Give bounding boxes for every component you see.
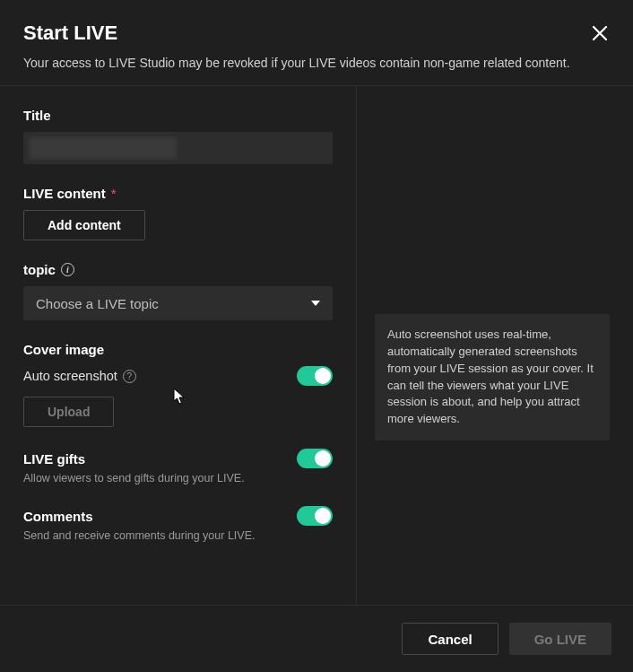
start-live-modal: Start LIVE Your access to LIVE Studio ma… <box>0 0 633 672</box>
help-icon[interactable]: ? <box>123 370 136 383</box>
modal-header: Start LIVE Your access to LIVE Studio ma… <box>0 0 633 85</box>
auto-screenshot-row: Auto screenshot ? <box>23 369 136 383</box>
auto-screenshot-label: Auto screenshot <box>23 369 117 383</box>
live-content-section: LIVE content* Add content <box>23 186 333 240</box>
comments-toggle[interactable] <box>297 506 333 526</box>
cancel-button[interactable]: Cancel <box>402 623 498 655</box>
comments-label: Comments <box>23 509 93 524</box>
live-gifts-sub: Allow viewers to send gifts during your … <box>23 472 333 484</box>
live-content-label: LIVE content* <box>23 186 333 201</box>
topic-label: topic i <box>23 262 333 277</box>
modal-body: Title LIVE content* Add content topic i … <box>0 85 633 606</box>
title-label: Title <box>23 108 333 123</box>
info-icon[interactable]: i <box>61 263 74 276</box>
modal-footer: Cancel Go LIVE <box>0 606 633 672</box>
live-gifts-toggle[interactable] <box>297 449 333 468</box>
chevron-down-icon <box>311 301 320 306</box>
topic-label-text: topic <box>23 262 56 277</box>
modal-subtitle: Your access to LIVE Studio may be revoke… <box>23 54 610 73</box>
close-button[interactable] <box>592 25 608 41</box>
live-gifts-section: LIVE gifts Allow viewers to send gifts d… <box>23 449 333 484</box>
comments-sub: Send and receive comments during your LI… <box>23 529 333 542</box>
topic-section: topic i Choose a LIVE topic <box>23 262 333 320</box>
live-gifts-label: LIVE gifts <box>23 451 85 467</box>
upload-button[interactable]: Upload <box>23 397 114 427</box>
title-section: Title <box>23 108 333 164</box>
form-panel: Title LIVE content* Add content topic i … <box>0 86 357 605</box>
title-value-redacted <box>29 137 177 159</box>
live-content-label-text: LIVE content <box>23 186 106 201</box>
modal-title: Start LIVE <box>23 22 610 45</box>
topic-select[interactable]: Choose a LIVE topic <box>23 286 333 320</box>
cover-image-label: Cover image <box>23 342 333 357</box>
go-live-button[interactable]: Go LIVE <box>509 623 611 655</box>
cover-image-section: Cover image Auto screenshot ? Upload <box>23 342 333 427</box>
add-content-button[interactable]: Add content <box>23 210 145 240</box>
preview-panel: Auto screenshot uses real-time, automati… <box>357 86 633 605</box>
auto-screenshot-toggle[interactable] <box>297 366 333 386</box>
required-asterisk: * <box>111 186 117 201</box>
auto-screenshot-tooltip: Auto screenshot uses real-time, automati… <box>375 314 610 441</box>
comments-section: Comments Send and receive comments durin… <box>23 506 333 542</box>
topic-placeholder: Choose a LIVE topic <box>36 296 159 311</box>
close-icon <box>592 25 608 41</box>
title-input[interactable] <box>23 132 333 164</box>
